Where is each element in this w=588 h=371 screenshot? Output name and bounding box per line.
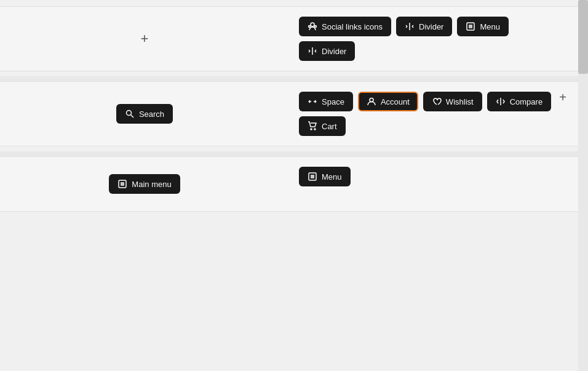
svg-line-7 xyxy=(412,26,413,28)
menu-2-label: Menu xyxy=(322,172,342,182)
svg-line-13 xyxy=(309,50,310,51)
row-1: + Social links icons xyxy=(0,6,578,71)
account-button[interactable]: Account xyxy=(358,92,418,111)
row-2: Search + Spa xyxy=(0,81,578,146)
divider-1-label: Divider xyxy=(419,22,443,31)
svg-point-1 xyxy=(315,26,317,28)
divider-2-icon xyxy=(308,46,317,56)
scrollbar-track xyxy=(578,0,588,371)
svg-line-6 xyxy=(412,25,413,26)
compare-icon xyxy=(496,97,506,106)
space-button[interactable]: Space xyxy=(299,92,353,111)
svg-point-28 xyxy=(314,129,316,130)
svg-point-25 xyxy=(370,98,373,102)
menu-2-icon xyxy=(308,172,317,182)
plus-corner-icon: + xyxy=(559,90,566,105)
svg-line-5 xyxy=(406,26,407,28)
row-3-left: Main menu xyxy=(0,157,289,211)
menu-1-label: Menu xyxy=(480,22,500,31)
main-menu-icon xyxy=(117,179,127,189)
separator-1 xyxy=(0,76,578,81)
account-icon xyxy=(367,97,376,106)
svg-line-16 xyxy=(315,51,316,52)
main-menu-button[interactable]: Main menu xyxy=(109,174,180,194)
search-icon xyxy=(125,109,135,119)
svg-line-15 xyxy=(315,50,316,51)
divider-2-button[interactable]: Divider xyxy=(299,41,355,61)
wishlist-label: Wishlist xyxy=(446,97,474,106)
wishlist-icon xyxy=(432,97,442,106)
cart-icon xyxy=(308,121,317,131)
plus-icon: + xyxy=(141,31,149,47)
cart-button[interactable]: Cart xyxy=(299,116,346,136)
separator-2 xyxy=(0,151,578,156)
account-label: Account xyxy=(381,97,410,106)
svg-line-18 xyxy=(130,115,133,118)
social-links-icons-button[interactable]: Social links icons xyxy=(299,17,391,36)
svg-point-17 xyxy=(126,111,131,116)
svg-point-27 xyxy=(311,129,312,130)
add-button-row2[interactable]: + xyxy=(554,88,572,106)
cart-label: Cart xyxy=(322,122,337,131)
space-label: Space xyxy=(322,97,344,106)
page-wrapper: + Social links icons xyxy=(0,0,588,371)
menu-1-button[interactable]: Menu xyxy=(457,17,509,36)
wishlist-button[interactable]: Wishlist xyxy=(423,92,482,111)
svg-line-4 xyxy=(406,25,407,26)
row-1-left: + xyxy=(0,7,289,71)
add-button-row1[interactable]: + xyxy=(133,28,156,50)
social-links-icons-label: Social links icons xyxy=(322,22,383,31)
compare-button[interactable]: Compare xyxy=(487,92,551,111)
row-2-right: + Space xyxy=(289,82,578,146)
row-1-right: Social links icons Divider xyxy=(289,7,578,71)
row-3-right: Menu xyxy=(289,157,578,211)
row-2-left: Search xyxy=(0,82,289,146)
menu-icon xyxy=(466,22,475,31)
svg-point-0 xyxy=(311,23,314,26)
menu-2-button[interactable]: Menu xyxy=(299,167,351,186)
space-icon xyxy=(308,97,317,106)
row-3: Main menu Menu xyxy=(0,156,578,212)
scrollbar-thumb[interactable] xyxy=(578,0,588,74)
svg-line-14 xyxy=(309,51,310,52)
search-label: Search xyxy=(139,110,164,119)
divider-icon xyxy=(405,22,415,31)
divider-1-button[interactable]: Divider xyxy=(396,17,452,36)
search-button[interactable]: Search xyxy=(116,104,173,124)
person-links-icon xyxy=(308,22,317,31)
svg-point-2 xyxy=(309,26,311,28)
compare-label: Compare xyxy=(510,97,542,106)
divider-2-label: Divider xyxy=(322,47,346,56)
main-menu-label: Main menu xyxy=(132,180,171,189)
content-area: + Social links icons xyxy=(0,0,578,223)
